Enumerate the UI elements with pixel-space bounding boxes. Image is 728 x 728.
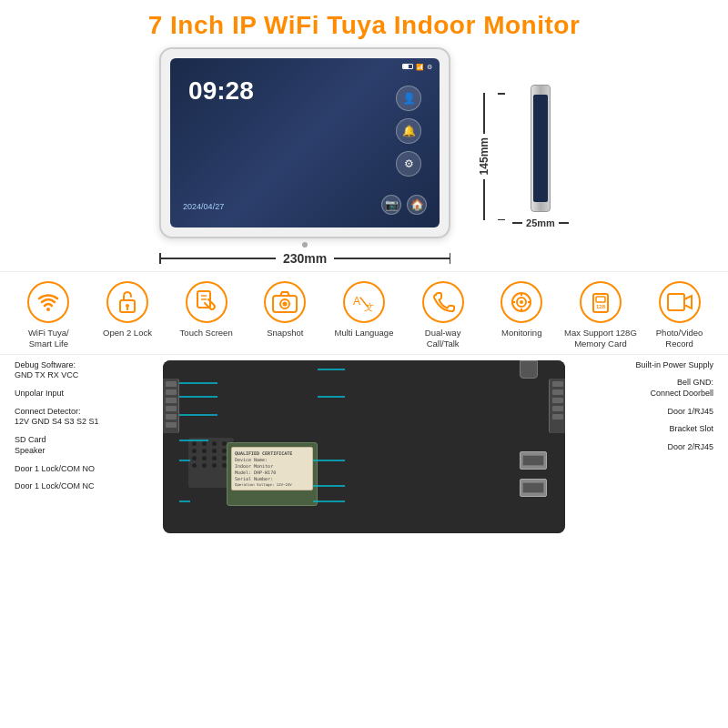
svg-rect-22 (668, 294, 684, 310)
feature-video-icon (659, 281, 701, 323)
anno-debug: Debug Software:GND TX RX VCC (15, 360, 156, 381)
feature-memory-icon: 128 (580, 281, 622, 323)
anno-door2-rj45: Door 2/RJ45 (572, 442, 713, 453)
screen-bottom-icons: 📷 🏠 (381, 195, 427, 215)
back-panel-section: Debug Software:GND TX RX VCC Unpolar Inp… (0, 354, 728, 533)
dim-end-right (450, 253, 451, 264)
side-view-wrapper: 145mm 25mm (478, 85, 569, 228)
feature-wifi: WiFi Tuya/Smart Life (12, 281, 85, 350)
screen-icon-1: 👤 (396, 86, 421, 111)
feature-monitoring-label: Monitoring (501, 328, 541, 339)
rj45-port-2 (520, 479, 547, 497)
annotations-right: Built-in Power Supply Bell GND:Connect D… (572, 360, 713, 460)
screen-status-bar: 📶 ⚙ (402, 64, 432, 71)
anno-power-text: Built-in Power Supply (635, 360, 713, 371)
anno-unpolar: Unpolar Input (15, 389, 156, 399)
monitor-front: 📶 ⚙ 09:28 2024/04/27 👤 🔔 ⚙ 📷 🏠 (159, 47, 450, 238)
feature-monitoring: Monitoring (485, 281, 558, 339)
anno-sdcard-text: SD CardSpeaker (15, 435, 156, 456)
feature-lock-icon (106, 281, 148, 323)
feature-snapshot: Snapshot (248, 281, 321, 339)
dim-vline-bottom (483, 179, 485, 220)
svg-point-9 (283, 302, 288, 307)
anno-detector-text: Connect Detector:12V GND S4 S3 S2 S1 (15, 407, 156, 428)
dim-height-label: 145mm (478, 137, 490, 175)
anno-door1-nc-text: Door 1 Lock/COM NC (15, 481, 156, 492)
anno-sdcard: SD CardSpeaker (15, 435, 156, 456)
anno-door1-rj45: Door 1/RJ45 (572, 407, 713, 418)
monitor-front-wrapper: 📶 ⚙ 09:28 2024/04/27 👤 🔔 ⚙ 📷 🏠 (159, 47, 450, 266)
pcb-card: QUALIFIED CERTIFICATE Device Name: Indoo… (227, 442, 318, 506)
anno-power: Built-in Power Supply (572, 360, 713, 371)
feature-memory-label: Max Support 128G Memory Card (564, 328, 637, 350)
feature-call: Dual-wayCall/Talk (407, 281, 480, 350)
feature-touch-icon (186, 281, 228, 323)
dim-hbot (498, 219, 505, 221)
anno-door2-rj45-text: Door 2/RJ45 (667, 442, 713, 453)
anno-door1-no-text: Door 1 Lock/COM NO (15, 464, 156, 475)
anno-bracket-text: Bracket Slot (669, 424, 713, 435)
svg-point-2 (126, 304, 129, 308)
feature-video: Photo/VideoRecord (643, 281, 716, 350)
feature-wifi-icon (27, 281, 69, 323)
dim-vline-top (483, 93, 485, 134)
side-screen (533, 95, 548, 202)
dim-line-left (161, 258, 276, 259)
back-panel-image: QUALIFIED CERTIFICATE Device Name: Indoo… (163, 360, 565, 533)
feature-call-icon (422, 281, 464, 323)
anno-detector: Connect Detector:12V GND S4 S3 S2 S1 (15, 407, 156, 428)
feature-touch: Touch Screen (170, 281, 243, 339)
feature-lang-icon: A 文 (343, 281, 385, 323)
dim-width-line: 230mm (159, 251, 450, 266)
feature-lang: A 文 Multi Language (328, 281, 400, 339)
monitor-mic (302, 242, 308, 248)
feature-touch-label: Touch Screen (180, 328, 233, 339)
feature-lock-label: Open 2 Lock (103, 328, 152, 339)
dim-width-label: 230mm (283, 251, 327, 266)
svg-point-0 (46, 308, 50, 311)
feature-monitoring-icon (500, 281, 542, 323)
annotations-left: Debug Software:GND TX RX VCC Unpolar Inp… (15, 360, 156, 500)
anno-bracket: Bracket Slot (572, 424, 713, 435)
right-connector-block (549, 379, 565, 433)
features-row: WiFi Tuya/Smart Life Open 2 Lock Touch S… (0, 271, 728, 354)
dim-depth-line-left (512, 222, 522, 224)
svg-point-14 (520, 300, 523, 304)
anno-door1-nc: Door 1 Lock/COM NC (15, 481, 156, 492)
feature-snapshot-icon (264, 281, 306, 323)
feature-memory: 128 Max Support 128G Memory Card (564, 281, 637, 350)
screen-date: 2024/04/27 (183, 202, 224, 211)
feature-lang-label: Multi Language (334, 328, 393, 339)
monitor-screen: 📶 ⚙ 09:28 2024/04/27 👤 🔔 ⚙ 📷 🏠 (170, 58, 440, 228)
dim-htop (498, 93, 505, 95)
power-supply-bump (520, 360, 538, 379)
svg-text:A: A (353, 295, 360, 308)
svg-rect-20 (596, 297, 605, 302)
back-panel-row: Debug Software:GND TX RX VCC Unpolar Inp… (15, 360, 713, 533)
feature-video-label: Photo/VideoRecord (656, 328, 703, 350)
dim-depth-line-right (559, 222, 569, 224)
dim-depth-label: 25mm (526, 217, 555, 228)
left-connector-block (163, 379, 179, 433)
anno-debug-text: Debug Software:GND TX RX VCC (15, 360, 156, 381)
anno-unpolar-text: Unpolar Input (15, 389, 156, 399)
feature-lock: Open 2 Lock (91, 281, 164, 339)
page-title: 7 Inch IP WiFi Tuya Indoor Monitor (0, 0, 728, 47)
anno-bell: Bell GND:Connect Doorbell (572, 378, 713, 399)
screen-icon-2: 🔔 (396, 118, 421, 144)
screen-app-icons: 👤 🔔 ⚙ (396, 86, 421, 177)
screen-bottom-icon-1: 📷 (381, 195, 401, 215)
feature-snapshot-label: Snapshot (267, 328, 303, 339)
screen-bottom-icon-2: 🏠 (407, 195, 427, 215)
side-device-view (531, 85, 551, 212)
feature-call-label: Dual-wayCall/Talk (425, 328, 461, 350)
anno-door1-rj45-text: Door 1/RJ45 (667, 407, 713, 418)
screen-icon-3: ⚙ (396, 151, 421, 177)
top-section: 📶 ⚙ 09:28 2024/04/27 👤 🔔 ⚙ 📷 🏠 (0, 47, 728, 266)
dim-line-right (334, 258, 449, 259)
rj45-port-1 (520, 451, 547, 470)
anno-door1-no: Door 1 Lock/COM NO (15, 464, 156, 475)
svg-text:128: 128 (596, 304, 606, 309)
screen-time: 09:28 (188, 76, 254, 106)
anno-bell-text: Bell GND:Connect Doorbell (650, 378, 713, 399)
